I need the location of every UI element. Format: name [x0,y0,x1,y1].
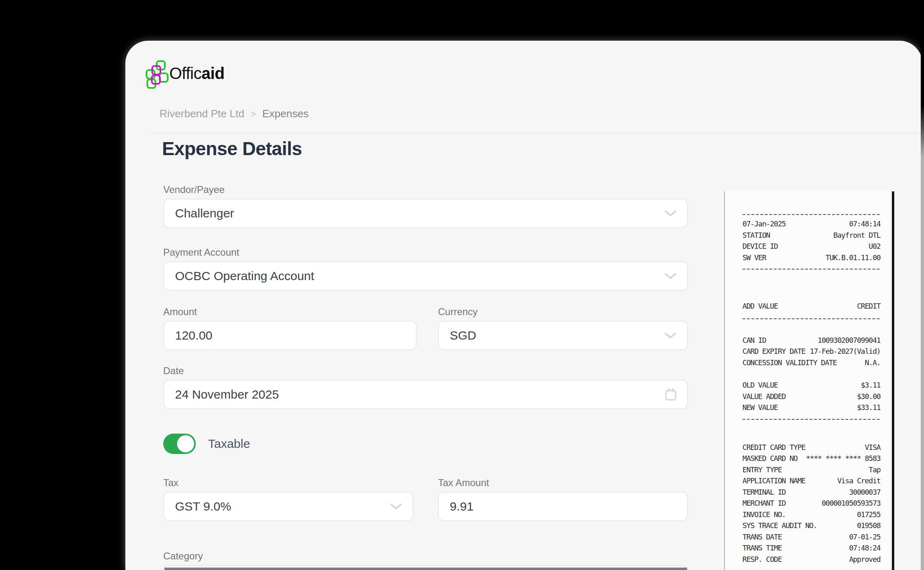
receipt-row-value: 017255 [857,509,880,520]
taxable-label: Taxable [208,437,250,451]
receipt-row-value: $33.11 [857,402,880,413]
amount-label: Amount [163,306,417,318]
receipt-row-value: 019508 [857,520,880,531]
currency-field-group: Currency SGD [438,306,688,350]
page-title: Expense Details [162,138,302,160]
tax-amount-input[interactable] [450,500,661,513]
receipt-dashed-divider [742,269,880,270]
receipt-row: OLD VALUE$3.11 [742,379,880,391]
taxable-toggle[interactable] [163,434,196,454]
receipt-row-label: SYS TRACE AUDIT NO. [742,520,817,531]
receipt-row-value: Visa Credit [837,475,880,487]
receipt-row: TRANS DATE07-01-25 [742,531,880,543]
tax-field-group: Tax GST 9.0% [163,477,414,521]
category-field-group: Category [163,550,688,570]
receipt-row-value: 07:48:14 [849,218,880,230]
receipt-row-label: SW VER [742,252,766,263]
brand-wordmark: Officaid [169,63,224,84]
receipt-row-label: TRANS TIME [742,542,782,554]
receipt-row: NEW VALUE$33.11 [742,402,880,413]
receipt-row: RESP. CODEApproved [742,554,880,565]
breadcrumb-separator-icon: > [250,108,256,120]
receipt-row-label: MASKED CARD NO [742,453,797,464]
receipt-row-label: MERCHANT ID [742,498,786,509]
receipt-row-label: RESP. CODE [742,554,782,565]
brand-name-bold: aid [201,64,224,82]
receipt-row-label: NEW VALUE [742,402,778,413]
receipt-row-value: 17-Feb-2027(Valid) [810,346,880,357]
receipt-row-value: Tap [869,464,880,476]
receipt-row-value: U02 [869,241,880,252]
tax-select[interactable]: GST 9.0% [163,492,414,521]
receipt-row-label: CARD EXPIRY DATE [742,346,805,357]
receipt-row-label: TRANS DATE [742,531,782,543]
calendar-icon[interactable] [664,388,677,401]
receipt-row: STATIONBayfront DTL [742,230,880,241]
chevron-down-icon[interactable] [664,332,677,339]
date-label: Date [163,365,688,377]
receipt-row-value: N.A. [865,357,880,368]
receipt-row-block: 07-Jan-202507:48:14STATIONBayfront DTLDE… [742,218,880,263]
taxable-toggle-row: Taxable [163,434,250,454]
receipt-row-block: ADD VALUECREDIT [742,300,880,312]
breadcrumb-company[interactable]: Riverbend Pte Ltd [160,107,244,120]
chevron-down-icon[interactable] [390,503,402,510]
receipt-row-value: 000001050593573 [821,498,880,509]
logo-square-magenta-2 [151,75,161,85]
receipt-row-value: Approved [849,554,880,565]
tax-value: GST 9.0% [175,500,231,513]
receipt-row: CAN ID1009302007099041 [742,335,880,346]
receipt-row-block: OLD VALUE$3.11VALUE ADDED$30.00NEW VALUE… [742,379,880,413]
receipt-row-value: TUK.B.01.11.00 [825,252,880,263]
receipt-row-label: CREDIT CARD TYPE [742,442,805,453]
receipt-row: DEVICE IDU02 [742,241,880,252]
app-card: Officaid Riverbend Pte Ltd > Expenses Ex… [125,41,922,570]
receipt-row-label: 07-Jan-2025 [742,218,786,230]
receipt-row-label: VALUE ADDED [742,391,786,402]
receipt-row: VALUE ADDED$30.00 [742,391,880,402]
receipt-row-value: 1009302007099041 [818,335,880,346]
breadcrumb-section-expenses[interactable]: Expenses [262,107,309,120]
receipt-row-value: $3.11 [861,379,880,391]
amount-input-box [163,321,417,350]
receipt-row-label: TERMINAL ID [742,487,786,498]
breadcrumb: Riverbend Pte Ltd > Expenses [160,107,309,120]
payment-account-value: OCBC Operating Account [175,269,314,283]
tax-amount-label: Tax Amount [438,477,688,489]
date-input[interactable]: 24 November 2025 [163,380,688,409]
vendor-select[interactable]: Challenger [163,199,688,228]
card-edge-shadow [921,41,924,570]
receipt-row: ADD VALUECREDIT [742,300,880,312]
vendor-value: Challenger [175,206,234,220]
receipt-row: APPLICATION NAMEVisa Credit [742,475,880,487]
vendor-label: Vendor/Payee [163,184,688,195]
currency-label: Currency [438,306,688,318]
tax-amount-input-box [438,492,688,521]
payment-account-select[interactable]: OCBC Operating Account [163,261,688,291]
receipt-row-value: CREDIT [857,300,880,312]
receipt-dashed-divider [742,214,880,215]
receipt-row-label: ADD VALUE [742,300,778,312]
toggle-knob [177,435,194,452]
receipt-row: SYS TRACE AUDIT NO.019508 [742,520,880,531]
receipt-row-value: 30000037 [849,487,880,498]
currency-select[interactable]: SGD [438,321,688,350]
tax-amount-field-group: Tax Amount [438,477,688,521]
header-divider [150,133,922,134]
receipt-row: ENTRY TYPETap [742,464,880,476]
receipt-content: 07-Jan-202507:48:14STATIONBayfront DTLDE… [742,214,880,565]
tax-label: Tax [163,477,414,489]
chevron-down-icon[interactable] [664,273,677,280]
category-label: Category [163,550,688,562]
chevron-down-icon[interactable] [664,210,677,217]
receipt-row-label: INVOICE NO. [742,509,786,520]
receipt-row: MERCHANT ID000001050593573 [742,498,880,509]
date-field-group: Date 24 November 2025 [163,365,688,409]
receipt-row: TRANS TIME07:48:24 [742,542,880,554]
receipt-row-label: STATION [742,230,770,241]
amount-input[interactable] [175,329,390,342]
receipt-row-label: APPLICATION NAME [742,475,805,487]
date-value: 24 November 2025 [175,388,279,401]
payment-account-field-group: Payment Account OCBC Operating Account [163,247,688,291]
receipt-row-value: **** **** **** 8583 [806,453,880,464]
